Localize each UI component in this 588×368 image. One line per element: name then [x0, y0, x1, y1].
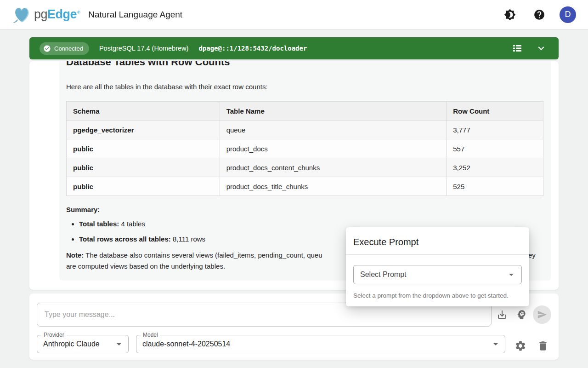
download-button[interactable] — [493, 305, 511, 324]
provider-select-value: Anthropic Claude — [43, 340, 113, 348]
app-root: pgEdge® Natural Language Agent D — [0, 0, 588, 368]
psychology-icon — [515, 309, 527, 321]
cell-schema: public — [67, 177, 220, 196]
note-label: Note: — [66, 251, 84, 259]
pgedge-wordmark: pgEdge® — [34, 7, 80, 22]
dialog-title: Execute Prompt — [346, 227, 529, 254]
dialog-divider — [346, 254, 529, 255]
prompt-select-value: Select Prompt — [360, 270, 506, 279]
connection-status-label: Connected — [54, 45, 83, 52]
cell-table-name: queue — [220, 121, 447, 139]
connection-status-badge: Connected — [40, 42, 89, 55]
model-select-label: Model — [141, 332, 160, 338]
cell-row-count: 525 — [447, 177, 543, 196]
send-icon — [537, 310, 547, 320]
model-select-value: claude-sonnet-4-20250514 — [142, 340, 490, 348]
table-row: public product_docs_title_chunks 525 — [67, 177, 543, 196]
trash-icon — [537, 340, 549, 352]
check-circle-icon — [43, 45, 51, 52]
app-header: pgEdge® Natural Language Agent D — [0, 0, 588, 29]
note-line1-tail: ey — [528, 250, 536, 261]
table-row: public product_docs 557 — [67, 139, 543, 158]
download-icon — [497, 309, 508, 320]
chevron-down-icon — [535, 42, 547, 54]
help-icon — [533, 9, 545, 21]
connection-bar[interactable]: Connected PostgreSQL 17.4 (Homebrew) dpa… — [29, 37, 559, 59]
ai-settings-button[interactable] — [512, 305, 531, 324]
help-button[interactable] — [530, 6, 548, 24]
execute-prompt-dialog: Execute Prompt Select Prompt Select a pr… — [346, 227, 529, 306]
provider-select[interactable]: Provider Anthropic Claude — [37, 335, 129, 353]
row-counts-table: Schema Table Name Row Count pgedge_vecto… — [66, 101, 543, 196]
note-line2: are computed views based on the underlyi… — [66, 262, 225, 270]
gear-icon — [514, 340, 526, 352]
summary-heading: Summary: — [66, 206, 543, 213]
column-header-schema: Schema — [67, 102, 220, 121]
server-list-icon — [512, 43, 522, 53]
model-select[interactable]: Model claude-sonnet-4-20250514 — [136, 335, 505, 353]
provider-select-label: Provider — [41, 332, 67, 338]
cell-table-name: product_docs — [220, 139, 447, 158]
theme-toggle-button[interactable] — [501, 6, 519, 24]
message-intro: Here are all the tables in the database … — [66, 82, 543, 92]
connection-collapse-button[interactable] — [534, 41, 548, 56]
cell-table-name: product_docs_content_chunks — [220, 158, 447, 177]
clear-chat-button[interactable] — [534, 337, 552, 355]
cell-row-count: 557 — [447, 139, 543, 158]
settings-button[interactable] — [511, 337, 530, 355]
cell-row-count: 3,252 — [447, 158, 543, 177]
cell-schema: pgedge_vectorizer — [67, 121, 220, 139]
server-version-label: PostgreSQL 17.4 (Homebrew) — [99, 45, 189, 52]
column-header-table-name: Table Name — [220, 102, 447, 121]
user-avatar[interactable]: D — [560, 6, 576, 23]
dialog-helper-text: Select a prompt from the dropdown above … — [346, 284, 529, 299]
brightness-icon — [504, 9, 516, 21]
table-row: public product_docs_content_chunks 3,252 — [67, 158, 543, 177]
prompt-select[interactable]: Select Prompt — [353, 265, 522, 284]
pgedge-heart-icon — [12, 4, 33, 25]
cell-row-count: 3,777 — [447, 121, 543, 139]
table-header-row: Schema Table Name Row Count — [67, 102, 543, 121]
send-button[interactable] — [533, 305, 551, 324]
page-title: Natural Language Agent — [88, 10, 182, 20]
cell-schema: public — [67, 158, 220, 177]
connection-list-button[interactable] — [510, 41, 525, 56]
connection-string: dpage@::1/128:5432/docloader — [198, 45, 307, 52]
arrow-drop-down-icon — [506, 269, 517, 280]
cell-table-name: product_docs_title_chunks — [220, 177, 447, 196]
table-row: pgedge_vectorizer queue 3,777 — [67, 121, 543, 139]
arrow-drop-down-icon — [490, 339, 501, 350]
message-heading: Database Tables with Row Counts — [66, 61, 543, 68]
arrow-drop-down-icon — [113, 339, 124, 350]
column-header-row-count: Row Count — [447, 102, 543, 121]
cell-schema: public — [67, 139, 220, 158]
pgedge-logo: pgEdge® — [12, 4, 80, 25]
